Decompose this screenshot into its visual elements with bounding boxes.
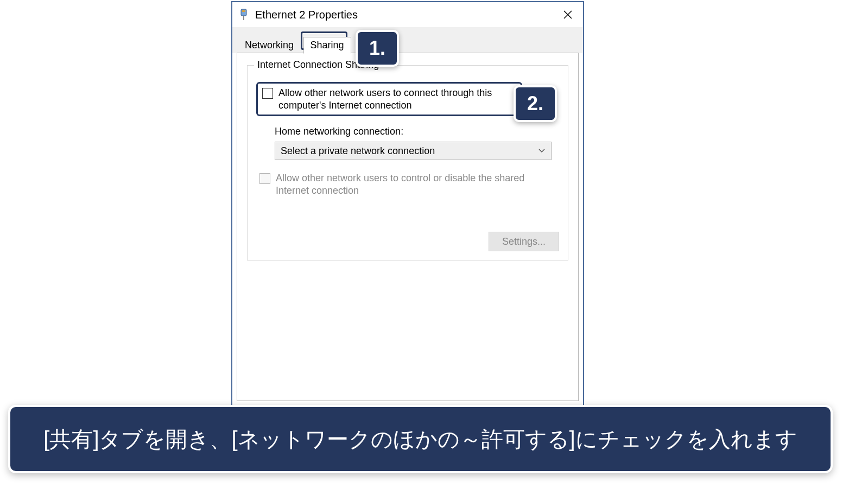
settings-button-label: Settings...: [502, 236, 546, 247]
settings-button: Settings...: [489, 232, 559, 251]
caption-text: [共有]タブを開き、[ネットワークのほかの～許可する]にチェックを入れます: [43, 424, 797, 454]
allow-control-checkbox: [259, 173, 270, 184]
chevron-down-icon: [538, 147, 546, 155]
dropdown-value: Select a private network connection: [281, 145, 435, 157]
home-connection-label: Home networking connection:: [275, 126, 559, 137]
ethernet-icon: [239, 8, 249, 21]
tab-networking[interactable]: Networking: [238, 37, 301, 54]
instruction-caption: [共有]タブを開き、[ネットワークのほかの～許可する]にチェックを入れます: [8, 405, 833, 473]
allow-connect-row: Allow other network users to connect thr…: [256, 82, 522, 116]
callout-1-label: 1.: [369, 37, 385, 60]
allow-connect-checkbox[interactable]: [262, 88, 273, 99]
tab-sharing[interactable]: Sharing: [303, 37, 351, 54]
svg-rect-1: [242, 10, 245, 12]
dialog-title: Ethernet 2 Properties: [255, 9, 557, 21]
callout-2-label: 2.: [527, 92, 543, 115]
allow-control-row: Allow other network users to control or …: [259, 172, 559, 196]
properties-dialog: Ethernet 2 Properties Networking Sharing…: [231, 1, 584, 411]
callout-1: 1.: [356, 30, 399, 67]
allow-control-label: Allow other network users to control or …: [276, 172, 559, 196]
home-connection-dropdown[interactable]: Select a private network connection: [275, 142, 552, 160]
allow-connect-label: Allow other network users to connect thr…: [278, 87, 516, 111]
callout-2: 2.: [514, 85, 557, 122]
tabs: Networking Sharing: [232, 27, 583, 53]
close-icon: [563, 10, 572, 19]
close-button[interactable]: [557, 4, 579, 26]
titlebar: Ethernet 2 Properties: [232, 2, 583, 27]
svg-rect-0: [241, 9, 246, 16]
